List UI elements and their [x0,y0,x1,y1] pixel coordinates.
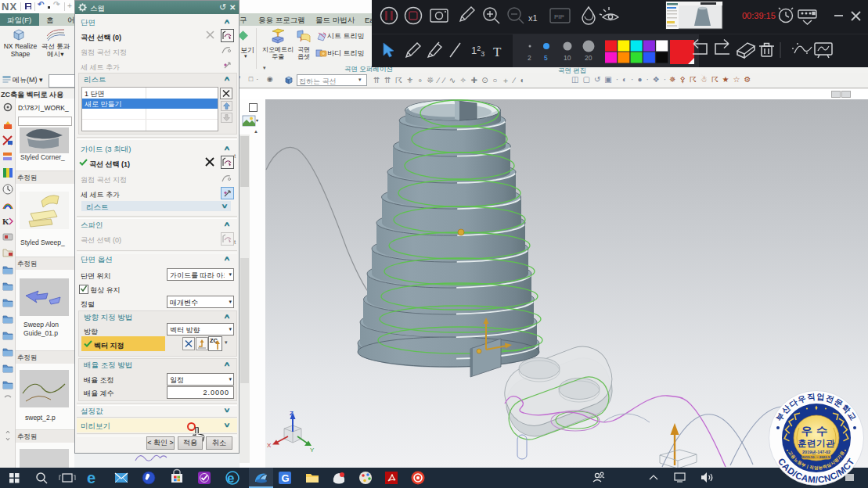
svg-text:훈련기관: 훈련기관 [798,439,835,448]
svg-text:e: e [87,469,95,486]
svg-text:Z: Z [290,410,294,417]
svg-text:123: 123 [471,45,484,58]
svg-text:Y: Y [310,447,315,454]
svg-text:T: T [493,45,502,59]
svg-text:2019년-147-02: 2019년-147-02 [802,450,830,455]
svg-text:K: K [2,217,9,226]
svg-text:10: 10 [564,54,571,62]
svg-text:e: e [227,471,234,486]
svg-text:2: 2 [528,54,531,62]
svg-text:우수: 우수 [801,425,832,437]
svg-text:5: 5 [544,54,548,62]
svg-text:(2019.10. ~ 2022.9.): (2019.10. ~ 2022.9.) [801,455,832,459]
svg-text:G: G [282,472,290,484]
svg-text:PIP: PIP [554,13,565,20]
svg-text:20: 20 [585,54,592,62]
svg-text:00:39:15: 00:39:15 [742,11,776,20]
svg-text:X: X [267,442,272,449]
svg-text:x1: x1 [528,13,538,23]
